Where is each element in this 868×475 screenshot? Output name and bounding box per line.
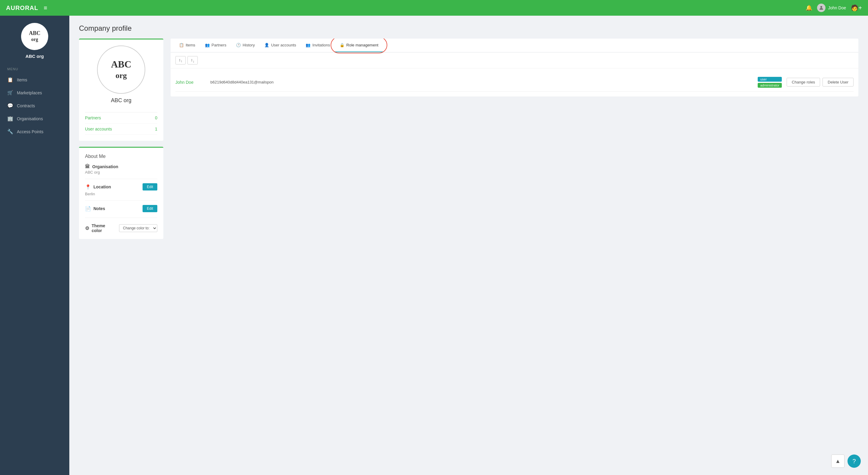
location-edit-button[interactable]: Edit [143,183,157,190]
organisation-icon: 🏛 [85,164,90,169]
location-icon: 📍 [85,184,91,190]
table-row: John Doe b6219d640d8d440ea131@mailspon u… [176,73,854,92]
sidebar-item-organisations[interactable]: 🏢 Organisations [0,112,69,125]
notification-bell-icon[interactable]: 🔔 [806,4,812,11]
user-profile-nav[interactable]: John Doe [817,4,846,12]
avatar [817,4,826,12]
sidebar-item-label: Contracts [17,103,35,108]
change-roles-button[interactable]: Change roles [786,78,820,87]
theme-color-row: ⚙ Theme color Change color to: [85,222,157,233]
user-badges: user administrator [758,77,782,88]
theme-label-text: Theme color [92,223,116,233]
about-card: About Me 🏛 Organisation ABC org [79,147,163,239]
top-navbar: AURORAL ≡ 🔔 John Doe 🧑+ [0,0,868,16]
sidebar-item-label: Access Points [17,129,43,134]
user-accounts-label: User accounts [85,127,112,131]
location-row: 📍 Location Edit Berlin [85,183,157,201]
tabs-card: 📋 Items 👥 Partners 🕐 History 👤 [170,39,858,96]
items-tab-icon: 📋 [179,43,184,47]
user-display-name: John Doe [828,5,846,10]
sidebar-item-label: Items [17,77,27,82]
theme-icon: ⚙ [85,225,89,231]
notes-label: Notes [93,206,105,211]
app-logo: AURORAL [6,4,38,11]
delete-user-button[interactable]: Delete User [823,78,854,87]
sidebar-item-label: Organisations [17,116,43,121]
history-tab-icon: 🕐 [236,43,241,47]
user-name[interactable]: John Doe [176,80,206,85]
organisation-value: ABC org [85,170,157,175]
sidebar-nav: 📋 Items 🛒 Marketplaces 💬 Contracts 🏢 Org… [0,73,69,138]
contracts-icon: 💬 [7,103,13,108]
partners-label: Partners [85,116,101,120]
user-table: John Doe b6219d640d8d440ea131@mailspon u… [170,68,858,96]
user-email: b6219d640d8d440ea131@mailspon [210,80,753,85]
user-accounts-value: 1 [155,127,157,131]
sidebar-item-marketplaces[interactable]: 🛒 Marketplaces [0,86,69,99]
tab-partners[interactable]: 👥 Partners [200,39,231,52]
sort-button-asc[interactable]: ↕↑ [176,56,186,64]
notes-edit-button[interactable]: Edit [143,205,157,212]
tab-user-accounts[interactable]: 👤 User accounts [259,39,301,52]
company-name: ABC org [111,97,131,104]
user-accounts-tab-icon: 👤 [264,43,269,47]
sidebar-item-access-points[interactable]: 🔧 Access Points [0,125,69,138]
partners-value: 0 [155,116,157,120]
notes-row: 📄 Notes Edit [85,205,157,218]
floating-buttons: ▲ ? [831,454,861,468]
tab-history[interactable]: 🕐 History [231,39,259,52]
access-points-icon: 🔧 [7,129,13,134]
sidebar-logo: ABCorg [21,23,48,50]
sidebar-item-items[interactable]: 📋 Items [0,73,69,86]
tabs-header: 📋 Items 👥 Partners 🕐 History 👤 [170,39,858,53]
partners-tab-icon: 👥 [205,43,210,47]
about-title: About Me [85,154,157,159]
svg-point-0 [820,6,822,8]
sidebar-org-name: ABC org [26,54,44,59]
page-title: Company profile [79,24,858,33]
help-button[interactable]: ? [847,454,861,468]
organisation-label: Organisation [92,164,118,169]
tab-items[interactable]: 📋 Items [174,39,200,52]
tab-role-management[interactable]: 🔒 Role management [335,39,383,52]
notes-icon: 📄 [85,206,91,212]
tab-invitations[interactable]: 👥 Invitations [301,39,335,52]
organisation-row: 🏛 Organisation ABC org [85,164,157,179]
role-management-tab-icon: 🔒 [340,43,344,47]
theme-color-select[interactable]: Change color to: [119,224,157,232]
add-user-icon[interactable]: 🧑+ [851,4,862,11]
items-icon: 📋 [7,77,13,83]
sidebar-item-contracts[interactable]: 💬 Contracts [0,99,69,112]
hamburger-menu[interactable]: ≡ [44,4,47,11]
badge-user: user [758,77,782,82]
company-card: ABCorg ABC org Partners 0 User accounts … [79,39,163,141]
company-logo-circle: ABCorg [97,45,145,94]
content-area: Company profile ABCorg ABC org Partners [69,16,868,475]
user-accounts-stat-row[interactable]: User accounts 1 [85,124,157,135]
sidebar: ABCorg ABC org MENU 📋 Items 🛒 Marketplac… [0,16,69,475]
partners-stat-row[interactable]: Partners 0 [85,113,157,124]
sidebar-item-label: Marketplaces [17,90,42,95]
user-actions: Change roles Delete User [786,78,854,87]
invitations-tab-icon: 👥 [306,43,310,47]
sort-bar: ↕↑ ↕↓ [170,53,858,68]
badge-administrator: administrator [758,83,782,88]
location-label: Location [93,185,111,189]
marketplaces-icon: 🛒 [7,90,13,96]
organisations-icon: 🏢 [7,116,13,122]
menu-section-label: MENU [0,67,18,71]
location-value: Berlin [85,192,157,196]
scroll-to-top-button[interactable]: ▲ [831,454,844,468]
sort-button-desc[interactable]: ↕↓ [187,56,198,64]
